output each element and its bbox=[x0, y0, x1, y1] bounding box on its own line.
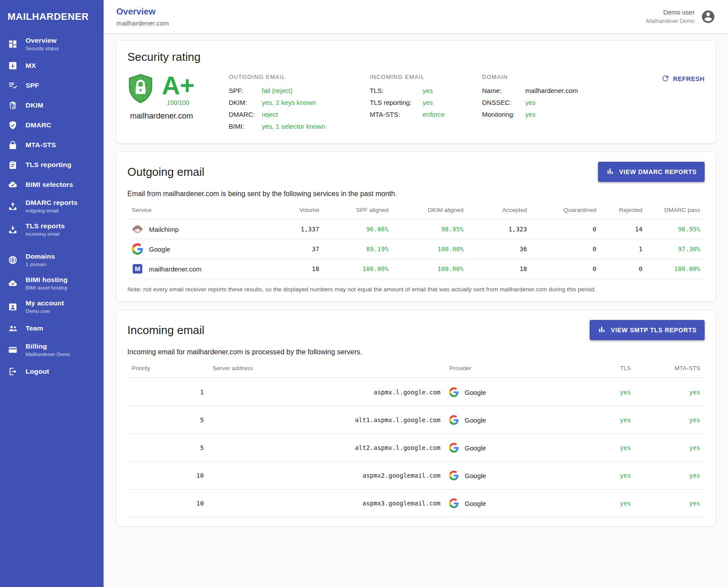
sidebar-item-logout[interactable]: Logout bbox=[0, 361, 104, 381]
cell-accepted: 1,323 bbox=[468, 219, 531, 239]
column-header: TLS bbox=[578, 360, 635, 378]
provider-name: Google bbox=[464, 472, 486, 479]
page-title: Overview bbox=[116, 7, 169, 17]
column-header: DMARC pass bbox=[647, 201, 705, 219]
sidebar-item-label: MX bbox=[26, 62, 36, 70]
content: Security rating A+ 100/100 mailhardener.… bbox=[104, 33, 728, 539]
outgoing-description: Email from mailhardener.com is being sen… bbox=[127, 190, 705, 198]
table-row[interactable]: 1 aspmx.l.google.com Google yes yes bbox=[127, 378, 705, 406]
cell-spf-aligned: 96.86% bbox=[323, 219, 393, 239]
provider-name: Google bbox=[464, 500, 486, 507]
cell-accepted: 18 bbox=[468, 259, 531, 279]
account-avatar-icon[interactable] bbox=[701, 9, 716, 24]
security-outgoing-column: OUTGOING EMAIL SPF:fail (reject) DKIM:ye… bbox=[229, 73, 345, 134]
metric-label: DMARC: bbox=[229, 111, 262, 118]
sidebar-item-billing[interactable]: BillingMailhardener Demo bbox=[0, 338, 104, 361]
sidebar-item-sub: Security status bbox=[26, 46, 59, 51]
cell-priority: 1 bbox=[127, 378, 208, 406]
table-row[interactable]: 10 aspmx3.googlemail.com Google yes yes bbox=[127, 490, 705, 517]
cell-dmarc-pass: 98.95% bbox=[647, 219, 705, 239]
cell-rejected: 14 bbox=[601, 219, 647, 239]
user-names: Demo user Mailhardener Demo bbox=[646, 9, 695, 24]
refresh-label: REFRESH bbox=[673, 75, 705, 82]
service-name: mailhardener.com bbox=[149, 265, 201, 273]
column-header: Server address bbox=[208, 360, 445, 378]
table-row[interactable]: 10 aspmx2.googlemail.com Google yes yes bbox=[127, 462, 705, 490]
bar-chart-icon bbox=[598, 325, 606, 335]
cell-accepted: 36 bbox=[468, 239, 531, 259]
refresh-button[interactable]: REFRESH bbox=[661, 74, 705, 84]
user-org: Mailhardener Demo bbox=[646, 18, 695, 24]
sidebar-item-tls-reporting[interactable]: TLS reporting bbox=[0, 155, 104, 175]
metric-value: yes bbox=[525, 111, 535, 118]
cell-server-address: aspmx2.googlemail.com bbox=[208, 462, 445, 490]
sidebar: MAILHARDENER OverviewSecurity status MX … bbox=[0, 0, 104, 587]
sidebar-item-mta-sts[interactable]: MTA-STS bbox=[0, 135, 104, 155]
app-window: MAILHARDENER OverviewSecurity status MX … bbox=[0, 0, 728, 587]
sidebar-item-bimi-hosting[interactable]: BIMI hostingBIMI asset hosting bbox=[0, 271, 104, 295]
cell-server-address: alt2.aspmx.l.google.com bbox=[208, 434, 445, 462]
top-bar: Overview mailhardener.com Demo user Mail… bbox=[104, 0, 728, 33]
cell-spf-aligned: 89.19% bbox=[323, 239, 393, 259]
column-header: Priority bbox=[127, 360, 208, 378]
table-row[interactable]: 5 alt1.aspmx.l.google.com Google yes yes bbox=[127, 406, 705, 434]
table-row[interactable]: Google 37 89.19% 100.00% 36 0 1 97.30% bbox=[127, 239, 705, 259]
sidebar-item-tls-reports[interactable]: TLS reportsincoming email bbox=[0, 218, 104, 241]
cell-server-address: aspmx.l.google.com bbox=[208, 378, 445, 406]
sidebar-item-dmarc[interactable]: DMARC bbox=[0, 115, 104, 135]
mx-icon bbox=[7, 60, 18, 71]
cell-server-address: aspmx3.googlemail.com bbox=[208, 490, 445, 517]
spf-list-icon bbox=[7, 80, 18, 91]
table-row[interactable]: Mmailhardener.com 18 100.00% 100.00% 18 … bbox=[127, 259, 705, 279]
metric-value: yes bbox=[423, 99, 433, 106]
outgoing-note: Note: not every email receiver reports t… bbox=[127, 286, 705, 293]
column-heading: DOMAIN bbox=[482, 74, 588, 80]
sidebar-item-team[interactable]: Team bbox=[0, 318, 104, 338]
sidebar-item-mx[interactable]: MX bbox=[0, 56, 104, 75]
security-domain-column: DOMAIN Name:mailhardener.com DNSSEC:yes … bbox=[482, 73, 588, 134]
mailchimp-icon bbox=[132, 223, 143, 235]
sidebar-item-label: Billing bbox=[26, 342, 70, 350]
column-header: Service bbox=[127, 201, 266, 219]
fingerprint-icon bbox=[7, 100, 18, 111]
card-title: Incoming email bbox=[127, 323, 204, 337]
brand-logo: MAILHARDENER bbox=[0, 0, 104, 32]
sidebar-item-dkim[interactable]: DKIM bbox=[0, 95, 104, 115]
sidebar-item-label: TLS reporting bbox=[26, 161, 71, 169]
table-row[interactable]: 5 alt2.aspmx.l.google.com Google yes yes bbox=[127, 434, 705, 462]
metric-label: DNSSEC: bbox=[482, 99, 525, 106]
security-score: 100/100 bbox=[167, 99, 189, 106]
provider-name: Google bbox=[464, 416, 486, 424]
column-header: Accepted bbox=[468, 201, 531, 219]
cell-tls: yes bbox=[578, 462, 635, 490]
google-icon bbox=[132, 243, 143, 255]
cell-priority: 10 bbox=[127, 490, 208, 517]
outgoing-table: Service Volume SPF aligned DKIM aligned … bbox=[127, 201, 705, 279]
cell-mta-sts: yes bbox=[635, 378, 705, 406]
metric-label: DKIM: bbox=[229, 99, 262, 106]
column-header: Provider bbox=[445, 360, 577, 378]
sidebar-item-bimi-selectors[interactable]: BIMI selectors bbox=[0, 175, 104, 194]
sidebar-item-dmarc-reports[interactable]: DMARC reportsoutgoing email bbox=[0, 194, 104, 218]
sidebar-item-label: Domains bbox=[26, 253, 55, 260]
cloud-check-icon bbox=[7, 179, 18, 190]
view-dmarc-reports-button[interactable]: VIEW DMARC REPORTS bbox=[598, 162, 705, 182]
sidebar-item-spf[interactable]: SPF bbox=[0, 75, 104, 95]
sidebar-item-overview[interactable]: OverviewSecurity status bbox=[0, 32, 104, 56]
service-name: Google bbox=[149, 245, 170, 253]
security-body: A+ 100/100 mailhardener.com OUTGOING EMA… bbox=[127, 73, 705, 134]
dashboard-icon bbox=[7, 39, 18, 49]
sidebar-item-label: Overview bbox=[26, 37, 59, 45]
sidebar-item-label: Logout bbox=[26, 368, 49, 375]
metric-label: SPF: bbox=[229, 87, 262, 94]
cell-priority: 10 bbox=[127, 462, 208, 490]
sidebar-item-my-account[interactable]: My accountDemo user bbox=[0, 295, 104, 318]
metric-label: MTA-STS: bbox=[370, 111, 423, 118]
google-icon bbox=[449, 415, 459, 425]
sidebar-item-domains[interactable]: Domains1 domain bbox=[0, 248, 104, 271]
provider-name: Google bbox=[464, 444, 486, 452]
table-row[interactable]: Mailchimp 1,337 96.86% 98.95% 1,323 0 14… bbox=[127, 219, 705, 239]
column-header: Volume bbox=[266, 201, 323, 219]
cell-quarantined: 0 bbox=[531, 239, 601, 259]
view-smtp-tls-reports-button[interactable]: VIEW SMTP TLS REPORTS bbox=[590, 320, 705, 340]
